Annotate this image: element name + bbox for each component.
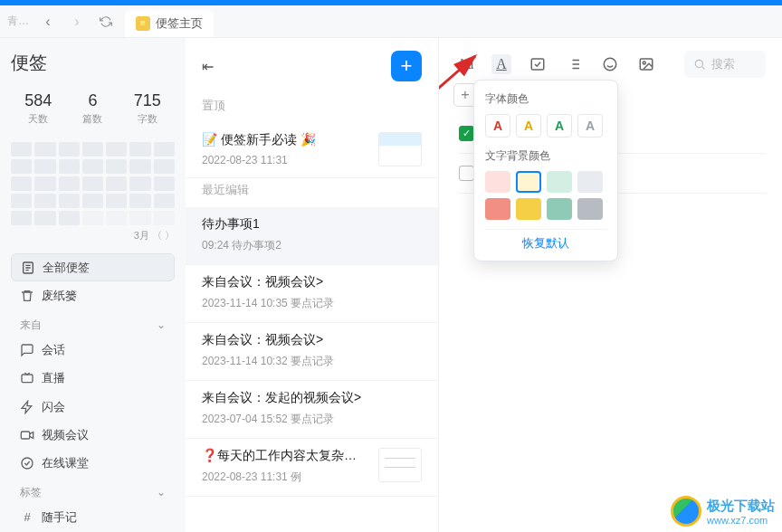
note-item[interactable]: 来自会议：视频会议>2023-11-14 10:32 要点记录 [186,323,438,381]
emoji-icon[interactable] [600,54,620,74]
window-tabbar: 青… ‹ › ≡ 便签主页 [0,5,782,38]
calendar-heatmap[interactable] [11,142,175,225]
trash-icon [20,289,34,303]
list-icon[interactable] [564,54,584,74]
bg-color-swatch[interactable] [485,198,510,220]
svg-point-5 [604,58,616,71]
svg-point-3 [22,458,33,469]
nav-fwd-icon[interactable]: › [67,12,87,32]
svg-rect-2 [21,432,29,439]
note-item[interactable]: ❓每天的工作内容太复杂…2022-08-23 11:31 例 [186,439,438,497]
sidebar-item-all-notes[interactable]: 全部便签 [11,253,175,281]
stats-row: 584天数 6篇数 715字数 [11,91,175,126]
note-thumbnail [378,132,422,166]
note-icon [21,261,35,275]
checkbox-icon[interactable]: ✓ [459,126,474,141]
font-color-label: 字体颜色 [485,91,606,107]
note-item[interactable]: 来自会议：视频会议>2023-11-14 10:35 要点记录 [186,265,438,323]
sidebar-item-label: 废纸篓 [42,288,77,304]
bg-color-swatch[interactable] [485,171,510,193]
sidebar-tag-quicknote[interactable]: #随手记 [11,504,175,532]
list-section-pinned: 置顶 [186,94,438,123]
note-item[interactable]: 来自会议：发起的视频会议>2023-07-04 15:52 要点记录 [186,381,438,439]
font-color-swatch[interactable]: A [485,114,510,138]
sidebar: 便签 584天数 6篇数 715字数 3月 〈 〉 全部便签 废纸篓 来自⌄ 会… [0,38,186,532]
bolt-icon [20,400,34,414]
bg-color-swatch[interactable] [516,198,541,220]
chevron-down-icon: ⌄ [157,318,166,331]
checklist-icon[interactable] [528,54,548,74]
class-icon [20,456,34,470]
bg-color-swatch[interactable] [547,171,572,193]
sidebar-section-tags[interactable]: 标签⌄ [11,478,175,504]
add-note-button[interactable]: + [391,51,422,81]
editor-pane: Aa A 搜索 + ✓ 待办事项1 待办事项2 字体颜色 A [439,38,782,532]
sidebar-item-video[interactable]: 视频会议 [11,421,175,449]
nav-back-icon[interactable]: ‹ [38,12,58,32]
tab-app-icon: ≡ [136,16,150,31]
tab-label: 便签主页 [156,15,203,32]
calendar-month-nav[interactable]: 3月 〈 〉 [11,229,175,242]
sidebar-item-chat[interactable]: 会话 [11,337,175,365]
font-color-swatch[interactable]: A [547,114,572,138]
note-item[interactable]: 待办事项109:24 待办事项2 [186,207,438,265]
image-icon[interactable] [636,54,656,74]
live-icon [20,371,34,385]
sidebar-title: 便签 [11,51,175,75]
video-icon [20,428,34,442]
search-input[interactable]: 搜索 [684,51,766,78]
bg-color-swatch[interactable] [577,171,603,193]
svg-rect-4 [531,59,544,70]
sidebar-item-live[interactable]: 直播 [11,365,175,393]
svg-rect-1 [22,375,33,383]
watermark: 极光下载站www.xz7.com [671,496,775,527]
tab-notes-home[interactable]: ≡ 便签主页 [125,10,214,37]
reset-default-button[interactable]: 恢复默认 [485,229,606,252]
sidebar-item-trash[interactable]: 废纸篓 [11,281,175,309]
chat-icon [20,343,34,357]
sidebar-item-label: 全部便签 [43,260,90,276]
svg-point-8 [695,60,702,67]
sidebar-section-from[interactable]: 来自⌄ [11,310,175,337]
watermark-logo-icon [671,496,701,527]
search-icon [693,58,706,71]
bg-color-swatch[interactable] [547,198,572,220]
text-color-icon[interactable]: A [491,54,511,74]
editor-toolbar: Aa A 搜索 [455,51,766,78]
note-list-pane: ⇤ + 置顶 📝 便签新手必读 🎉2022-08-23 11:31 最近编辑 待… [186,38,439,532]
font-color-swatch[interactable]: A [577,114,603,138]
bg-color-label: 文字背景颜色 [485,148,606,164]
chevron-down-icon: ⌄ [157,486,166,499]
refresh-icon[interactable] [96,12,116,32]
note-item[interactable]: 📝 便签新手必读 🎉2022-08-23 11:31 [186,123,438,178]
bg-color-swatch[interactable] [577,198,603,220]
sidebar-item-class[interactable]: 在线课堂 [11,450,175,478]
note-thumbnail [378,448,422,482]
hash-icon: # [20,510,34,525]
font-size-icon[interactable]: Aa [455,54,475,74]
tab-overflow-indicator: 青… [7,14,29,29]
collapse-icon[interactable]: ⇤ [202,58,214,75]
sidebar-item-flash[interactable]: 闪会 [11,393,175,421]
bg-color-swatch[interactable] [516,171,541,193]
text-color-popover: 字体颜色 AAAA 文字背景颜色 恢复默认 [473,80,618,261]
checkbox-icon[interactable] [459,166,474,181]
list-section-recent: 最近编辑 [186,178,438,207]
font-color-swatch[interactable]: A [516,114,541,138]
svg-point-7 [643,62,645,64]
